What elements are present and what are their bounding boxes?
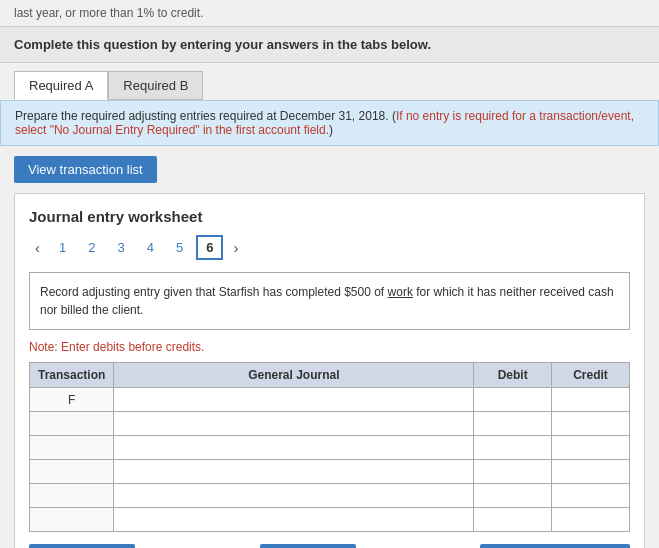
transaction-cell-3 [30, 460, 114, 484]
general-cell-2[interactable] [114, 436, 474, 460]
general-input-4[interactable] [120, 489, 467, 503]
page-2[interactable]: 2 [79, 236, 104, 259]
transaction-cell-1 [30, 412, 114, 436]
blue-info-highlight: If no entry is required for a transactio… [15, 109, 634, 137]
debit-cell-3[interactable] [474, 460, 552, 484]
prev-page-arrow[interactable]: ‹ [29, 237, 46, 258]
note-text: Note: Enter debits before credits. [29, 340, 630, 354]
debit-input-3[interactable] [480, 465, 545, 479]
description-box: Record adjusting entry given that Starfi… [29, 272, 630, 330]
credit-input-4[interactable] [558, 489, 623, 503]
credit-input-5[interactable] [558, 513, 623, 527]
credit-cell-5[interactable] [552, 508, 630, 532]
page-1[interactable]: 1 [50, 236, 75, 259]
general-cell-3[interactable] [114, 460, 474, 484]
page-5[interactable]: 5 [167, 236, 192, 259]
credit-input-3[interactable] [558, 465, 623, 479]
view-btn-row: View transaction list [0, 146, 659, 193]
transaction-cell-0: F [30, 388, 114, 412]
pagination: ‹ 1 2 3 4 5 6 › [29, 235, 630, 260]
view-general-journal-button[interactable]: View general journal [480, 544, 630, 548]
general-input-1[interactable] [120, 417, 467, 431]
general-input-3[interactable] [120, 465, 467, 479]
debit-cell-5[interactable] [474, 508, 552, 532]
clear-entry-button[interactable]: Clear entry [260, 544, 356, 548]
tab-required-b[interactable]: Required B [108, 71, 203, 100]
credit-cell-3[interactable] [552, 460, 630, 484]
col-header-debit: Debit [474, 363, 552, 388]
debit-input-2[interactable] [480, 441, 545, 455]
table-row [30, 460, 630, 484]
desc-underline-work: work [388, 285, 413, 299]
debit-input-0[interactable] [480, 393, 545, 407]
debit-cell-1[interactable] [474, 412, 552, 436]
col-header-general: General Journal [114, 363, 474, 388]
general-cell-0[interactable] [114, 388, 474, 412]
view-transaction-btn[interactable]: View transaction list [14, 156, 157, 183]
debit-cell-2[interactable] [474, 436, 552, 460]
table-row: F [30, 388, 630, 412]
general-input-0[interactable] [120, 393, 467, 407]
worksheet-title: Journal entry worksheet [29, 208, 630, 225]
credit-cell-2[interactable] [552, 436, 630, 460]
tabs-row: Required A Required B [0, 63, 659, 100]
credit-input-1[interactable] [558, 417, 623, 431]
general-cell-4[interactable] [114, 484, 474, 508]
general-input-2[interactable] [120, 441, 467, 455]
general-cell-1[interactable] [114, 412, 474, 436]
transaction-cell-4 [30, 484, 114, 508]
debit-input-4[interactable] [480, 489, 545, 503]
debit-cell-0[interactable] [474, 388, 552, 412]
table-row [30, 484, 630, 508]
credit-cell-0[interactable] [552, 388, 630, 412]
col-header-transaction: Transaction [30, 363, 114, 388]
page-6[interactable]: 6 [196, 235, 223, 260]
credit-input-2[interactable] [558, 441, 623, 455]
credit-cell-1[interactable] [552, 412, 630, 436]
debit-cell-4[interactable] [474, 484, 552, 508]
next-page-arrow[interactable]: › [227, 237, 244, 258]
col-header-credit: Credit [552, 363, 630, 388]
debit-input-1[interactable] [480, 417, 545, 431]
transaction-cell-5 [30, 508, 114, 532]
table-row [30, 436, 630, 460]
table-row [30, 412, 630, 436]
transaction-cell-2 [30, 436, 114, 460]
page-4[interactable]: 4 [138, 236, 163, 259]
instruction-bar: Complete this question by entering your … [0, 26, 659, 63]
general-cell-5[interactable] [114, 508, 474, 532]
tab-required-a[interactable]: Required A [14, 71, 108, 100]
record-entry-button[interactable]: Record entry [29, 544, 135, 548]
credit-input-0[interactable] [558, 393, 623, 407]
credit-cell-4[interactable] [552, 484, 630, 508]
debit-input-5[interactable] [480, 513, 545, 527]
page-3[interactable]: 3 [108, 236, 133, 259]
top-text: last year, or more than 1% to credit. [0, 0, 659, 26]
table-row [30, 508, 630, 532]
blue-info-box: Prepare the required adjusting entries r… [0, 100, 659, 146]
general-input-5[interactable] [120, 513, 467, 527]
worksheet-box: Journal entry worksheet ‹ 1 2 3 4 5 6 › … [14, 193, 645, 548]
action-buttons-row: Record entry Clear entry View general jo… [29, 544, 630, 548]
journal-table: Transaction General Journal Debit Credit… [29, 362, 630, 532]
